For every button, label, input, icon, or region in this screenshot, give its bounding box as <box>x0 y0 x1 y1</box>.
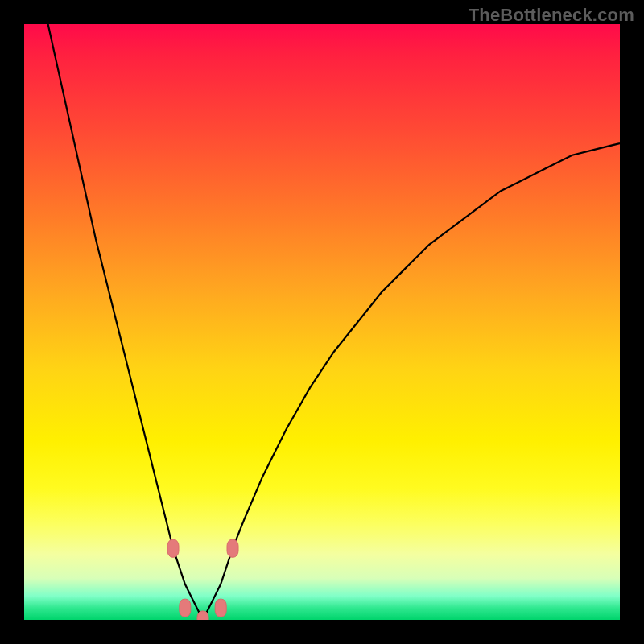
chart-plot-area <box>24 24 620 620</box>
trough-marker <box>227 539 238 557</box>
trough-markers <box>167 539 238 620</box>
left-branch-curve <box>48 24 203 620</box>
watermark-label: TheBottleneck.com <box>469 5 634 26</box>
trough-marker <box>215 599 226 617</box>
trough-marker <box>180 599 191 617</box>
trough-marker <box>167 539 179 557</box>
curve-layer <box>24 24 620 620</box>
right-branch-curve <box>203 143 620 620</box>
trough-marker <box>197 611 208 620</box>
